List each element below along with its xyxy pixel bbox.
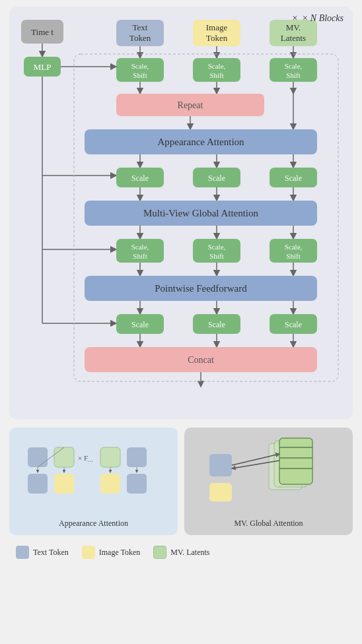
svg-text:Scale,: Scale, xyxy=(285,243,303,251)
mv-global-attention-title: MV. Global Attention xyxy=(234,519,303,529)
svg-rect-93 xyxy=(54,447,74,467)
svg-text:Concat: Concat xyxy=(188,355,214,365)
svg-text:Scale,: Scale, xyxy=(208,243,226,251)
svg-text:Scale: Scale xyxy=(131,320,149,329)
svg-rect-99 xyxy=(127,447,147,467)
mv-global-attention-svg xyxy=(196,434,342,513)
legend-mv-latents-label: MV. Latents xyxy=(170,548,209,558)
svg-text:Appearance Attention: Appearance Attention xyxy=(157,137,244,147)
appearance-attention-svg: × F ... xyxy=(21,434,166,513)
svg-rect-94 xyxy=(54,474,74,494)
svg-rect-92 xyxy=(28,474,48,494)
appearance-attention-diagram: × F ... Appearance Attention xyxy=(9,428,178,535)
legend-image-token-box xyxy=(82,546,95,559)
svg-rect-97 xyxy=(100,447,120,467)
legend-mv-latents: MV. Latents xyxy=(153,546,209,559)
svg-text:Shift: Shift xyxy=(286,252,300,260)
svg-text:...: ... xyxy=(87,455,93,464)
svg-rect-107 xyxy=(209,483,232,501)
svg-text:Scale,: Scale, xyxy=(131,243,149,251)
svg-text:Scale,: Scale, xyxy=(285,62,303,70)
svg-text:Scale: Scale xyxy=(208,174,225,183)
diagram-svg: Time t Text Token Image Token MV. Latent… xyxy=(18,17,344,406)
mv-global-attention-diagram: MV. Global Attention xyxy=(184,428,353,535)
svg-text:Scale: Scale xyxy=(208,320,225,329)
svg-text:Multi-View Global Attention: Multi-View Global Attention xyxy=(143,208,259,218)
svg-text:× F: × F xyxy=(78,454,88,462)
svg-text:Shift: Shift xyxy=(209,252,223,260)
legend-text-token-box xyxy=(16,546,29,559)
svg-text:Latents: Latents xyxy=(281,33,306,43)
svg-text:Scale,: Scale, xyxy=(131,62,149,70)
legend: Text Token Image Token MV. Latents xyxy=(9,542,353,563)
svg-text:Text: Text xyxy=(133,22,148,32)
legend-image-token-label: Image Token xyxy=(99,548,141,558)
svg-rect-98 xyxy=(100,474,120,494)
legend-image-token: Image Token xyxy=(82,546,141,559)
svg-text:Pointwise Feedforward: Pointwise Feedforward xyxy=(155,283,247,294)
svg-text:Token: Token xyxy=(129,33,151,43)
svg-text:Image: Image xyxy=(206,22,228,32)
svg-text:Shift: Shift xyxy=(133,71,147,79)
svg-text:Time t: Time t xyxy=(31,27,54,37)
n-blocks-label: × × N Blocks xyxy=(292,13,344,24)
svg-text:Shift: Shift xyxy=(133,252,147,260)
svg-text:Repeat: Repeat xyxy=(178,100,203,110)
svg-text:MLP: MLP xyxy=(34,62,52,72)
svg-text:Scale: Scale xyxy=(131,174,149,183)
svg-text:Scale,: Scale, xyxy=(208,62,226,70)
legend-text-token-label: Text Token xyxy=(33,548,69,558)
svg-rect-110 xyxy=(279,438,312,484)
svg-text:Token: Token xyxy=(206,33,228,43)
svg-text:MV.: MV. xyxy=(286,22,301,32)
svg-rect-106 xyxy=(209,454,232,476)
bottom-section: × F ... Appearance Attention xyxy=(9,428,353,535)
main-diagram: × × N Blocks Time t Text Token Image Tok… xyxy=(9,7,353,420)
svg-rect-100 xyxy=(127,474,147,494)
svg-text:Scale: Scale xyxy=(285,174,302,183)
svg-text:Shift: Shift xyxy=(209,71,223,79)
svg-text:Shift: Shift xyxy=(286,71,300,79)
appearance-attention-title: Appearance Attention xyxy=(59,519,128,529)
svg-text:Scale: Scale xyxy=(285,320,302,329)
legend-mv-latents-box xyxy=(153,546,166,559)
legend-text-token: Text Token xyxy=(16,546,69,559)
svg-rect-91 xyxy=(28,447,48,467)
